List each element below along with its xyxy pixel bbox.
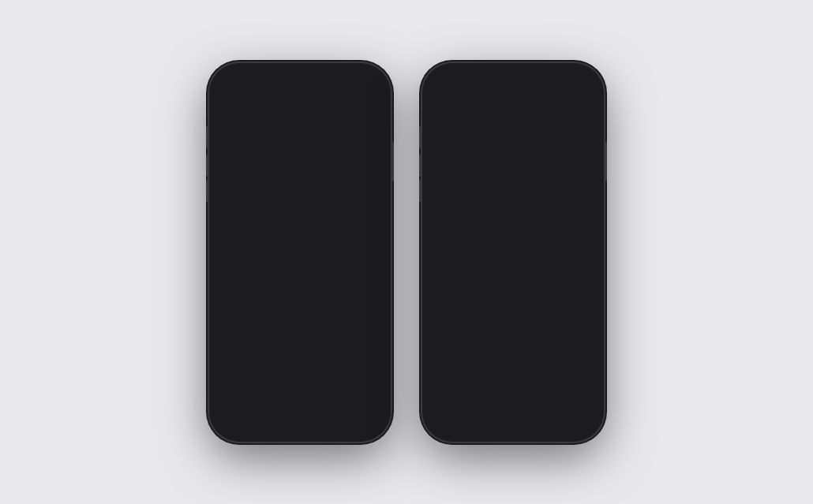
audio-icon-1: ▩▩▩ xyxy=(351,407,373,416)
message-input-1[interactable]: iMessage ▩▩▩ xyxy=(263,402,380,420)
camera-icon-2[interactable]: ◈ xyxy=(433,402,451,420)
chevron-icon-1: › xyxy=(309,129,312,136)
appstore-icon-2[interactable]: ❐ xyxy=(455,402,472,420)
chevron-icon-2: › xyxy=(527,129,530,136)
back-button-1[interactable]: ‹ xyxy=(223,96,227,109)
status-time-1: 9:41 xyxy=(227,80,244,89)
imessage-phone: 9:41 ∿ ‹ xyxy=(209,63,391,442)
message-header-1: ‹ Jane › xyxy=(215,93,384,144)
signal-icon-1 xyxy=(342,81,350,88)
signal-icon-2 xyxy=(555,81,564,88)
messages-area-1: iMessage Today 9:38 AM Can I call you ba… xyxy=(215,144,384,396)
status-icons-2: ∿ xyxy=(555,80,586,88)
message-bubble-1: Can I call you back later? I'm at an app… xyxy=(262,173,377,207)
status-icons-1: ∿ xyxy=(342,80,373,88)
contact-name-2[interactable]: Lauren › xyxy=(496,128,530,137)
svg-point-8 xyxy=(508,103,518,112)
status-bar-2: 9:41 ∿ xyxy=(429,69,598,93)
contact-name-1[interactable]: Jane › xyxy=(288,128,312,137)
phone-screen-1: 9:41 ∿ ‹ xyxy=(215,69,384,435)
phone-screen-2: 9:41 ∿ ‹ xyxy=(429,69,598,435)
home-indicator-2 xyxy=(429,426,598,435)
home-indicator-1 xyxy=(215,426,384,435)
message-timestamp-1: iMessage Today 9:38 AM xyxy=(223,151,377,166)
send-button-2[interactable]: ↑ xyxy=(575,402,593,420)
avatar-2 xyxy=(498,96,528,126)
battery-icon-1 xyxy=(361,81,373,88)
sms-phone: 9:41 ∿ ‹ xyxy=(422,63,604,442)
wifi-icon-1: ∿ xyxy=(353,80,358,88)
status-bar-1: 9:41 ∿ xyxy=(215,69,384,93)
message-timestamp-2: Text Message Today 9:38 AM xyxy=(436,151,590,166)
message-header-2: ‹ Lauren › xyxy=(429,93,598,144)
avatar-1 xyxy=(285,96,315,126)
appstore-icon-1[interactable]: ❐ xyxy=(242,402,259,420)
input-bar-1: ◈ ❐ iMessage ▩▩▩ xyxy=(215,396,384,426)
wifi-icon-2: ∿ xyxy=(566,80,571,88)
status-time-2: 9:41 xyxy=(440,80,457,89)
svg-point-3 xyxy=(295,103,305,112)
message-input-2[interactable]: Text Message xyxy=(476,402,571,420)
input-bar-2: ◈ ❐ Text Message ↑ xyxy=(429,396,598,426)
battery-icon-2 xyxy=(574,81,586,88)
message-bubble-2: Frank is in town and free for dinner ton… xyxy=(475,173,590,230)
back-button-2[interactable]: ‹ xyxy=(436,96,440,109)
camera-icon-1[interactable]: ◈ xyxy=(220,402,238,420)
messages-area-2: Text Message Today 9:38 AM Frank is in t… xyxy=(429,144,598,396)
